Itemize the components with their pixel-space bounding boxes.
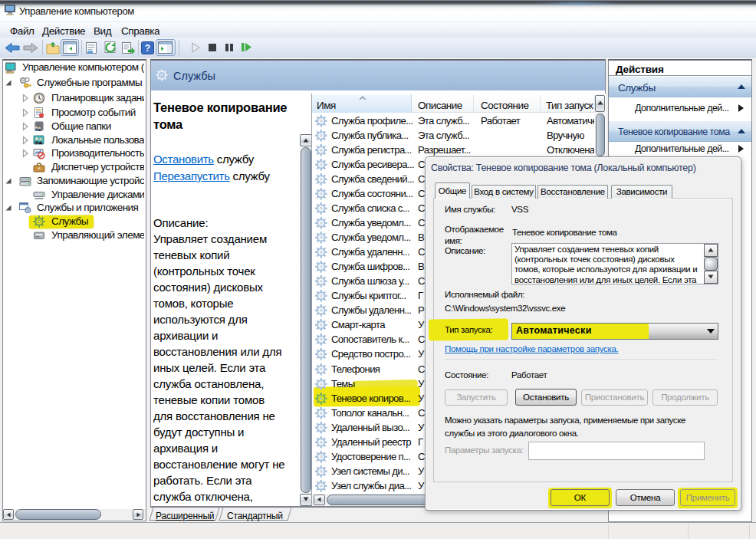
svg-text:?: ?	[145, 43, 150, 54]
